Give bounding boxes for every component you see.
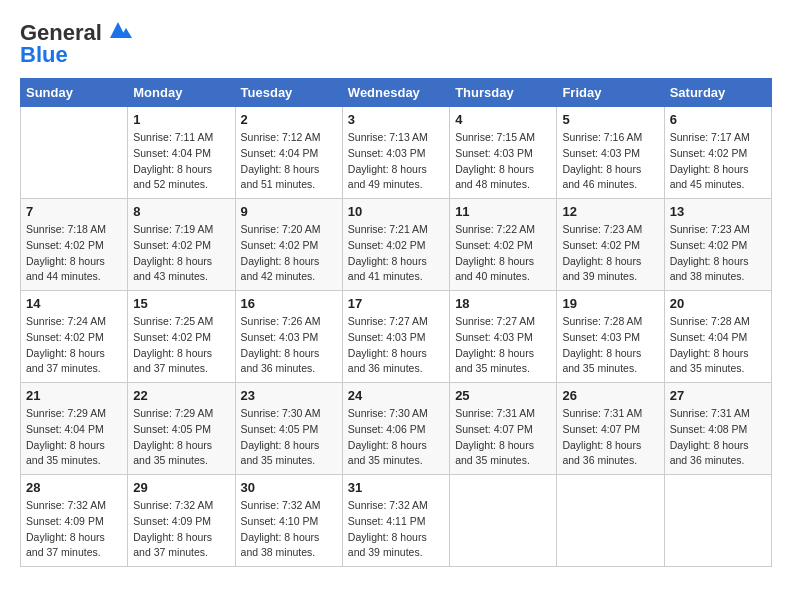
day-info: Sunrise: 7:28 AMSunset: 4:04 PMDaylight:… <box>670 314 766 377</box>
day-cell <box>557 475 664 567</box>
week-row-3: 14Sunrise: 7:24 AMSunset: 4:02 PMDayligh… <box>21 291 772 383</box>
day-cell: 2Sunrise: 7:12 AMSunset: 4:04 PMDaylight… <box>235 107 342 199</box>
day-cell: 31Sunrise: 7:32 AMSunset: 4:11 PMDayligh… <box>342 475 449 567</box>
day-cell <box>21 107 128 199</box>
day-number: 27 <box>670 388 766 403</box>
day-info: Sunrise: 7:32 AMSunset: 4:09 PMDaylight:… <box>26 498 122 561</box>
day-cell: 30Sunrise: 7:32 AMSunset: 4:10 PMDayligh… <box>235 475 342 567</box>
day-number: 18 <box>455 296 551 311</box>
day-info: Sunrise: 7:16 AMSunset: 4:03 PMDaylight:… <box>562 130 658 193</box>
day-info: Sunrise: 7:11 AMSunset: 4:04 PMDaylight:… <box>133 130 229 193</box>
day-cell: 6Sunrise: 7:17 AMSunset: 4:02 PMDaylight… <box>664 107 771 199</box>
week-row-4: 21Sunrise: 7:29 AMSunset: 4:04 PMDayligh… <box>21 383 772 475</box>
day-number: 25 <box>455 388 551 403</box>
day-cell: 3Sunrise: 7:13 AMSunset: 4:03 PMDaylight… <box>342 107 449 199</box>
day-info: Sunrise: 7:19 AMSunset: 4:02 PMDaylight:… <box>133 222 229 285</box>
weekday-header-wednesday: Wednesday <box>342 79 449 107</box>
weekday-header-tuesday: Tuesday <box>235 79 342 107</box>
day-info: Sunrise: 7:27 AMSunset: 4:03 PMDaylight:… <box>455 314 551 377</box>
day-number: 22 <box>133 388 229 403</box>
day-info: Sunrise: 7:27 AMSunset: 4:03 PMDaylight:… <box>348 314 444 377</box>
day-info: Sunrise: 7:23 AMSunset: 4:02 PMDaylight:… <box>670 222 766 285</box>
calendar-table: SundayMondayTuesdayWednesdayThursdayFrid… <box>20 78 772 567</box>
day-info: Sunrise: 7:13 AMSunset: 4:03 PMDaylight:… <box>348 130 444 193</box>
weekday-header-row: SundayMondayTuesdayWednesdayThursdayFrid… <box>21 79 772 107</box>
day-number: 1 <box>133 112 229 127</box>
day-number: 9 <box>241 204 337 219</box>
day-number: 21 <box>26 388 122 403</box>
weekday-header-friday: Friday <box>557 79 664 107</box>
day-info: Sunrise: 7:23 AMSunset: 4:02 PMDaylight:… <box>562 222 658 285</box>
week-row-2: 7Sunrise: 7:18 AMSunset: 4:02 PMDaylight… <box>21 199 772 291</box>
day-info: Sunrise: 7:20 AMSunset: 4:02 PMDaylight:… <box>241 222 337 285</box>
day-cell: 14Sunrise: 7:24 AMSunset: 4:02 PMDayligh… <box>21 291 128 383</box>
day-number: 2 <box>241 112 337 127</box>
day-info: Sunrise: 7:17 AMSunset: 4:02 PMDaylight:… <box>670 130 766 193</box>
day-info: Sunrise: 7:29 AMSunset: 4:05 PMDaylight:… <box>133 406 229 469</box>
logo: General Blue <box>20 20 132 68</box>
day-number: 12 <box>562 204 658 219</box>
day-number: 11 <box>455 204 551 219</box>
day-number: 6 <box>670 112 766 127</box>
day-number: 26 <box>562 388 658 403</box>
day-number: 13 <box>670 204 766 219</box>
day-cell: 9Sunrise: 7:20 AMSunset: 4:02 PMDaylight… <box>235 199 342 291</box>
page-header: General Blue <box>20 20 772 68</box>
week-row-1: 1Sunrise: 7:11 AMSunset: 4:04 PMDaylight… <box>21 107 772 199</box>
day-info: Sunrise: 7:12 AMSunset: 4:04 PMDaylight:… <box>241 130 337 193</box>
day-info: Sunrise: 7:30 AMSunset: 4:06 PMDaylight:… <box>348 406 444 469</box>
day-cell: 21Sunrise: 7:29 AMSunset: 4:04 PMDayligh… <box>21 383 128 475</box>
day-cell: 26Sunrise: 7:31 AMSunset: 4:07 PMDayligh… <box>557 383 664 475</box>
day-cell: 4Sunrise: 7:15 AMSunset: 4:03 PMDaylight… <box>450 107 557 199</box>
week-row-5: 28Sunrise: 7:32 AMSunset: 4:09 PMDayligh… <box>21 475 772 567</box>
day-number: 14 <box>26 296 122 311</box>
day-number: 3 <box>348 112 444 127</box>
day-number: 31 <box>348 480 444 495</box>
day-number: 28 <box>26 480 122 495</box>
day-cell: 27Sunrise: 7:31 AMSunset: 4:08 PMDayligh… <box>664 383 771 475</box>
weekday-header-monday: Monday <box>128 79 235 107</box>
day-number: 7 <box>26 204 122 219</box>
day-number: 20 <box>670 296 766 311</box>
day-info: Sunrise: 7:29 AMSunset: 4:04 PMDaylight:… <box>26 406 122 469</box>
day-number: 16 <box>241 296 337 311</box>
day-number: 29 <box>133 480 229 495</box>
day-info: Sunrise: 7:24 AMSunset: 4:02 PMDaylight:… <box>26 314 122 377</box>
day-cell: 28Sunrise: 7:32 AMSunset: 4:09 PMDayligh… <box>21 475 128 567</box>
day-info: Sunrise: 7:21 AMSunset: 4:02 PMDaylight:… <box>348 222 444 285</box>
day-info: Sunrise: 7:26 AMSunset: 4:03 PMDaylight:… <box>241 314 337 377</box>
day-number: 17 <box>348 296 444 311</box>
day-number: 5 <box>562 112 658 127</box>
logo-icon <box>104 20 132 42</box>
day-info: Sunrise: 7:32 AMSunset: 4:10 PMDaylight:… <box>241 498 337 561</box>
day-info: Sunrise: 7:18 AMSunset: 4:02 PMDaylight:… <box>26 222 122 285</box>
day-cell: 20Sunrise: 7:28 AMSunset: 4:04 PMDayligh… <box>664 291 771 383</box>
day-cell: 24Sunrise: 7:30 AMSunset: 4:06 PMDayligh… <box>342 383 449 475</box>
day-info: Sunrise: 7:32 AMSunset: 4:09 PMDaylight:… <box>133 498 229 561</box>
day-cell: 17Sunrise: 7:27 AMSunset: 4:03 PMDayligh… <box>342 291 449 383</box>
day-cell: 25Sunrise: 7:31 AMSunset: 4:07 PMDayligh… <box>450 383 557 475</box>
day-cell <box>450 475 557 567</box>
day-number: 4 <box>455 112 551 127</box>
day-number: 10 <box>348 204 444 219</box>
day-cell: 22Sunrise: 7:29 AMSunset: 4:05 PMDayligh… <box>128 383 235 475</box>
day-cell: 10Sunrise: 7:21 AMSunset: 4:02 PMDayligh… <box>342 199 449 291</box>
day-info: Sunrise: 7:15 AMSunset: 4:03 PMDaylight:… <box>455 130 551 193</box>
weekday-header-thursday: Thursday <box>450 79 557 107</box>
day-cell: 1Sunrise: 7:11 AMSunset: 4:04 PMDaylight… <box>128 107 235 199</box>
day-info: Sunrise: 7:30 AMSunset: 4:05 PMDaylight:… <box>241 406 337 469</box>
day-number: 19 <box>562 296 658 311</box>
day-cell: 11Sunrise: 7:22 AMSunset: 4:02 PMDayligh… <box>450 199 557 291</box>
day-cell: 29Sunrise: 7:32 AMSunset: 4:09 PMDayligh… <box>128 475 235 567</box>
day-info: Sunrise: 7:22 AMSunset: 4:02 PMDaylight:… <box>455 222 551 285</box>
day-cell: 13Sunrise: 7:23 AMSunset: 4:02 PMDayligh… <box>664 199 771 291</box>
day-number: 15 <box>133 296 229 311</box>
weekday-header-saturday: Saturday <box>664 79 771 107</box>
day-info: Sunrise: 7:25 AMSunset: 4:02 PMDaylight:… <box>133 314 229 377</box>
day-number: 8 <box>133 204 229 219</box>
day-cell: 7Sunrise: 7:18 AMSunset: 4:02 PMDaylight… <box>21 199 128 291</box>
day-info: Sunrise: 7:31 AMSunset: 4:07 PMDaylight:… <box>562 406 658 469</box>
day-info: Sunrise: 7:31 AMSunset: 4:07 PMDaylight:… <box>455 406 551 469</box>
day-info: Sunrise: 7:32 AMSunset: 4:11 PMDaylight:… <box>348 498 444 561</box>
day-cell: 19Sunrise: 7:28 AMSunset: 4:03 PMDayligh… <box>557 291 664 383</box>
